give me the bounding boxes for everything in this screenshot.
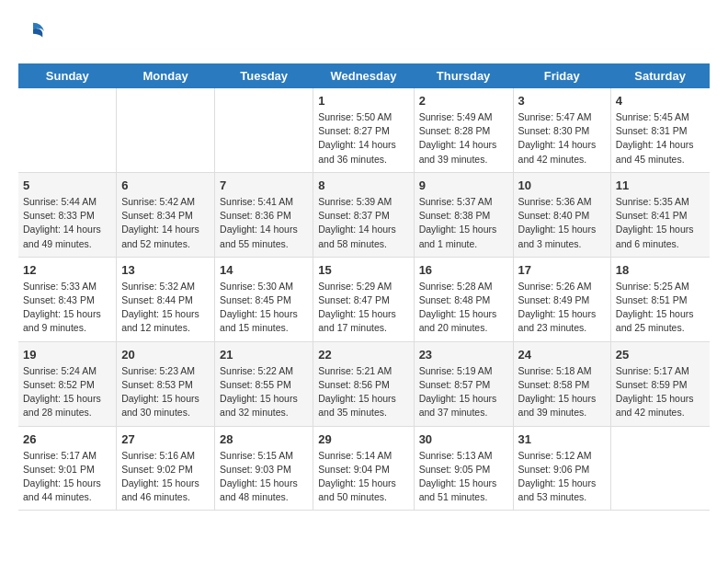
day-number: 10 [518, 178, 606, 192]
day-number: 24 [518, 348, 606, 362]
calendar-cell: 17Sunrise: 5:26 AM Sunset: 8:49 PM Dayli… [513, 257, 610, 341]
day-info: Sunrise: 5:24 AM Sunset: 8:52 PM Dayligh… [23, 364, 111, 420]
calendar-cell: 22Sunrise: 5:21 AM Sunset: 8:56 PM Dayli… [313, 341, 414, 426]
day-info: Sunrise: 5:21 AM Sunset: 8:56 PM Dayligh… [318, 364, 408, 420]
weekday-header: Monday [117, 63, 215, 88]
day-info: Sunrise: 5:29 AM Sunset: 8:47 PM Dayligh… [318, 280, 408, 336]
calendar-week-row: 19Sunrise: 5:24 AM Sunset: 8:52 PM Dayli… [18, 341, 710, 426]
day-number: 16 [419, 263, 508, 277]
day-number: 18 [616, 263, 705, 277]
calendar-cell: 25Sunrise: 5:17 AM Sunset: 8:59 PM Dayli… [610, 341, 710, 426]
day-number: 17 [518, 263, 606, 277]
calendar-cell: 13Sunrise: 5:32 AM Sunset: 8:44 PM Dayli… [117, 257, 215, 341]
day-number: 29 [318, 432, 408, 446]
day-number: 7 [220, 178, 308, 192]
day-number: 14 [220, 263, 308, 277]
day-info: Sunrise: 5:32 AM Sunset: 8:44 PM Dayligh… [121, 280, 210, 336]
calendar-cell: 4Sunrise: 5:45 AM Sunset: 8:31 PM Daylig… [610, 88, 710, 172]
calendar-cell: 31Sunrise: 5:12 AM Sunset: 9:06 PM Dayli… [513, 426, 610, 511]
calendar-cell: 24Sunrise: 5:18 AM Sunset: 8:58 PM Dayli… [513, 341, 610, 426]
day-info: Sunrise: 5:50 AM Sunset: 8:27 PM Dayligh… [318, 110, 408, 167]
weekday-header: Saturday [610, 63, 710, 88]
logo [18, 18, 46, 49]
day-number: 22 [318, 348, 408, 362]
day-info: Sunrise: 5:36 AM Sunset: 8:40 PM Dayligh… [518, 195, 606, 251]
calendar-week-row: 5Sunrise: 5:44 AM Sunset: 8:33 PM Daylig… [18, 172, 710, 257]
calendar-cell: 7Sunrise: 5:41 AM Sunset: 8:36 PM Daylig… [215, 172, 313, 257]
day-number: 13 [121, 263, 210, 277]
calendar-cell: 23Sunrise: 5:19 AM Sunset: 8:57 PM Dayli… [414, 341, 513, 426]
day-info: Sunrise: 5:19 AM Sunset: 8:57 PM Dayligh… [419, 364, 508, 420]
day-info: Sunrise: 5:17 AM Sunset: 8:59 PM Dayligh… [616, 364, 705, 420]
day-number: 25 [616, 348, 705, 362]
day-number: 19 [23, 348, 111, 362]
calendar-cell: 29Sunrise: 5:14 AM Sunset: 9:04 PM Dayli… [313, 426, 414, 511]
day-info: Sunrise: 5:37 AM Sunset: 8:38 PM Dayligh… [419, 195, 508, 251]
day-info: Sunrise: 5:18 AM Sunset: 8:58 PM Dayligh… [518, 364, 606, 420]
calendar-cell: 1Sunrise: 5:50 AM Sunset: 8:27 PM Daylig… [313, 88, 414, 172]
day-info: Sunrise: 5:15 AM Sunset: 9:03 PM Dayligh… [220, 449, 308, 505]
day-number: 30 [419, 432, 508, 446]
day-info: Sunrise: 5:41 AM Sunset: 8:36 PM Dayligh… [220, 195, 308, 251]
day-info: Sunrise: 5:12 AM Sunset: 9:06 PM Dayligh… [518, 449, 606, 505]
day-number: 8 [318, 178, 408, 192]
calendar-cell: 14Sunrise: 5:30 AM Sunset: 8:45 PM Dayli… [215, 257, 313, 341]
day-info: Sunrise: 5:22 AM Sunset: 8:55 PM Dayligh… [220, 364, 308, 420]
day-number: 31 [518, 432, 606, 446]
calendar-cell: 26Sunrise: 5:17 AM Sunset: 9:01 PM Dayli… [18, 426, 117, 511]
day-info: Sunrise: 5:26 AM Sunset: 8:49 PM Dayligh… [518, 280, 606, 336]
day-info: Sunrise: 5:45 AM Sunset: 8:31 PM Dayligh… [616, 110, 705, 167]
day-info: Sunrise: 5:35 AM Sunset: 8:41 PM Dayligh… [616, 195, 705, 251]
day-number: 28 [220, 432, 308, 446]
day-info: Sunrise: 5:39 AM Sunset: 8:37 PM Dayligh… [318, 195, 408, 251]
day-info: Sunrise: 5:33 AM Sunset: 8:43 PM Dayligh… [23, 280, 111, 336]
calendar-cell [18, 88, 117, 172]
weekday-header: Tuesday [215, 63, 313, 88]
calendar-cell: 10Sunrise: 5:36 AM Sunset: 8:40 PM Dayli… [513, 172, 610, 257]
day-info: Sunrise: 5:25 AM Sunset: 8:51 PM Dayligh… [616, 280, 705, 336]
calendar-week-row: 12Sunrise: 5:33 AM Sunset: 8:43 PM Dayli… [18, 257, 710, 341]
logo-icon [20, 18, 46, 44]
weekday-header: Wednesday [313, 63, 414, 88]
day-info: Sunrise: 5:49 AM Sunset: 8:28 PM Dayligh… [419, 110, 508, 167]
day-number: 20 [121, 348, 210, 362]
day-number: 9 [419, 178, 508, 192]
day-info: Sunrise: 5:13 AM Sunset: 9:05 PM Dayligh… [419, 449, 508, 505]
calendar-cell: 28Sunrise: 5:15 AM Sunset: 9:03 PM Dayli… [215, 426, 313, 511]
calendar-cell: 3Sunrise: 5:47 AM Sunset: 8:30 PM Daylig… [513, 88, 610, 172]
calendar-cell: 5Sunrise: 5:44 AM Sunset: 8:33 PM Daylig… [18, 172, 117, 257]
weekday-header: Sunday [18, 63, 117, 88]
day-number: 3 [518, 94, 606, 108]
day-number: 27 [121, 432, 210, 446]
calendar-cell [610, 426, 710, 511]
weekday-header-row: SundayMondayTuesdayWednesdayThursdayFrid… [18, 63, 710, 88]
day-number: 15 [318, 263, 408, 277]
calendar-cell: 30Sunrise: 5:13 AM Sunset: 9:05 PM Dayli… [414, 426, 513, 511]
day-number: 6 [121, 178, 210, 192]
calendar-cell: 19Sunrise: 5:24 AM Sunset: 8:52 PM Dayli… [18, 341, 117, 426]
calendar-cell: 18Sunrise: 5:25 AM Sunset: 8:51 PM Dayli… [610, 257, 710, 341]
day-number: 2 [419, 94, 508, 108]
calendar-cell: 21Sunrise: 5:22 AM Sunset: 8:55 PM Dayli… [215, 341, 313, 426]
day-info: Sunrise: 5:44 AM Sunset: 8:33 PM Dayligh… [23, 195, 111, 251]
calendar-cell: 27Sunrise: 5:16 AM Sunset: 9:02 PM Dayli… [117, 426, 215, 511]
day-info: Sunrise: 5:14 AM Sunset: 9:04 PM Dayligh… [318, 449, 408, 505]
day-number: 1 [318, 94, 408, 108]
day-info: Sunrise: 5:23 AM Sunset: 8:53 PM Dayligh… [121, 364, 210, 420]
calendar-cell: 8Sunrise: 5:39 AM Sunset: 8:37 PM Daylig… [313, 172, 414, 257]
day-info: Sunrise: 5:47 AM Sunset: 8:30 PM Dayligh… [518, 110, 606, 167]
day-number: 11 [616, 178, 705, 192]
page-header [18, 18, 710, 49]
calendar-cell: 9Sunrise: 5:37 AM Sunset: 8:38 PM Daylig… [414, 172, 513, 257]
weekday-header: Friday [513, 63, 610, 88]
day-number: 21 [220, 348, 308, 362]
day-info: Sunrise: 5:17 AM Sunset: 9:01 PM Dayligh… [23, 449, 111, 505]
calendar-cell: 2Sunrise: 5:49 AM Sunset: 8:28 PM Daylig… [414, 88, 513, 172]
day-number: 26 [23, 432, 111, 446]
calendar-cell: 16Sunrise: 5:28 AM Sunset: 8:48 PM Dayli… [414, 257, 513, 341]
day-info: Sunrise: 5:16 AM Sunset: 9:02 PM Dayligh… [121, 449, 210, 505]
day-number: 23 [419, 348, 508, 362]
day-info: Sunrise: 5:28 AM Sunset: 8:48 PM Dayligh… [419, 280, 508, 336]
calendar-cell: 11Sunrise: 5:35 AM Sunset: 8:41 PM Dayli… [610, 172, 710, 257]
calendar-cell: 12Sunrise: 5:33 AM Sunset: 8:43 PM Dayli… [18, 257, 117, 341]
